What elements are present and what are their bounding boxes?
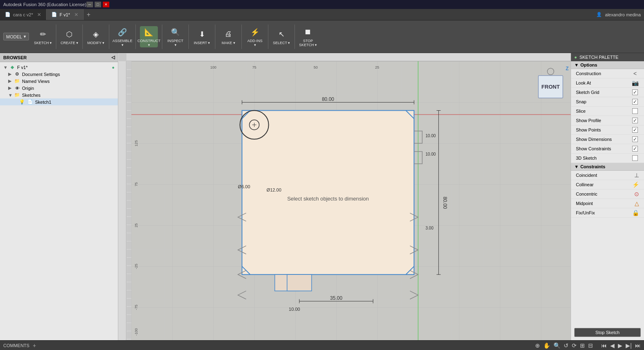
svg-text:-100: -100: [134, 328, 138, 336]
create-button[interactable]: ⬡ CREATE ▾: [60, 26, 78, 47]
sketchgrid-checkbox[interactable]: ✓: [631, 89, 639, 96]
stop-sketch-button[interactable]: Stop Sketch: [574, 328, 641, 337]
playback-start[interactable]: ⏮: [601, 342, 607, 349]
model-dropdown[interactable]: MODEL ▾: [3, 33, 29, 40]
ruler-vertical: [118, 61, 126, 340]
stop-sketch-label: Stop Sketch: [595, 330, 620, 335]
playback-play[interactable]: ▶: [618, 342, 622, 349]
tree-expand-docsettings[interactable]: ▶: [8, 71, 12, 77]
tree-expand-root[interactable]: ▼: [3, 65, 7, 70]
palette-section-constraints[interactable]: ▼ Constraints: [571, 163, 644, 171]
showprofile-checkbox[interactable]: ✓: [631, 117, 639, 124]
tree-item-root[interactable]: ▼ ◆ F v1* ●: [0, 64, 118, 71]
nav-icon-6[interactable]: ⊞: [580, 342, 585, 349]
constraint-item-midpoint[interactable]: Midpoint △: [571, 199, 644, 208]
constraint-item-fixunfix[interactable]: Fix/UnFix 🔒: [571, 208, 644, 218]
lookat-control[interactable]: 📷: [631, 80, 639, 86]
navigation-cube[interactable]: Z FRONT: [532, 65, 569, 102]
nav-icon-2[interactable]: ✋: [543, 342, 550, 349]
close-button[interactable]: ✕: [103, 2, 109, 7]
svg-text:75: 75: [134, 182, 138, 186]
nav-icon-4[interactable]: ↺: [564, 342, 569, 349]
playback-prev[interactable]: ◀: [610, 342, 615, 349]
palette-item-construction[interactable]: Construction <: [571, 69, 644, 78]
sep5: [162, 25, 162, 49]
constraint-item-collinear[interactable]: Collinear ⚡: [571, 180, 644, 189]
modify-button[interactable]: ◈ MODIFY ▾: [87, 26, 105, 47]
snap-checkbox[interactable]: ✓: [631, 98, 639, 105]
inspect-button[interactable]: 🔍 INSPECT ▾: [166, 26, 184, 47]
tree-item-namedviews[interactable]: ▶ 📁 Named Views: [0, 78, 118, 85]
make-button[interactable]: 🖨 MAKE ▾: [219, 26, 237, 47]
tree-expand-sketches[interactable]: ▼: [8, 93, 12, 98]
inspect-label: INSPECT ▾: [166, 39, 184, 47]
browser-collapse-icon[interactable]: ◁: [111, 55, 115, 60]
tab-add-button[interactable]: +: [84, 9, 94, 20]
tree-item-origin[interactable]: ▶ 👁 Origin: [0, 85, 118, 91]
make-label: MAKE ▾: [222, 41, 235, 45]
palette-item-showpoints[interactable]: Show Points ✓: [571, 125, 644, 135]
palette-item-showconstraints[interactable]: Show Constraints ✓: [571, 144, 644, 154]
comments-label: COMMENTS: [3, 343, 29, 348]
palette-item-lookat[interactable]: Look At 📷: [571, 78, 644, 88]
constraint-item-coincident[interactable]: Coincident ⊥: [571, 171, 644, 180]
svg-text:FRONT: FRONT: [542, 84, 560, 90]
toolbar-section-select: ↖ SELECT ▾: [271, 26, 292, 47]
select-button[interactable]: ↖ SELECT ▾: [272, 26, 290, 47]
tab-cara[interactable]: 📄 cara c v2* ✕: [0, 9, 46, 20]
browser-title: BROWSER: [3, 55, 27, 60]
assemble-button[interactable]: 🔗 ASSEMBLE ▾: [113, 26, 131, 47]
palette-item-snap[interactable]: Snap ✓: [571, 97, 644, 107]
insert-button[interactable]: ⬇ INSERT ▾: [193, 26, 211, 47]
tree-expand-namedviews[interactable]: ▶: [8, 78, 12, 84]
slice-checkbox[interactable]: [631, 108, 639, 114]
canvas-area[interactable]: 80.00 80.00 10.00 10.00 3.00 Ø6.00 Ø12.0…: [118, 53, 571, 340]
playback-next[interactable]: ▶|: [626, 342, 632, 349]
tab-cara-icon: 📄: [5, 12, 11, 17]
palette-item-sketchgrid[interactable]: Sketch Grid ✓: [571, 88, 644, 97]
tree-item-sketches[interactable]: ▼ 📁 Sketches: [0, 91, 118, 98]
addins-button[interactable]: ⚡ ADD-INS ▾: [246, 26, 264, 47]
playback-end[interactable]: ⏭: [635, 342, 641, 349]
constraint-item-concentric[interactable]: Concentric ⊙: [571, 189, 644, 199]
tree-item-sketch1[interactable]: 💡 📄 Sketch1: [0, 98, 118, 105]
nav-icon-7[interactable]: ⊟: [588, 342, 593, 349]
showpoints-checkbox[interactable]: ✓: [631, 127, 639, 133]
tab-fv1-close[interactable]: ✕: [74, 12, 78, 18]
3dsketch-checkbox[interactable]: [631, 155, 639, 161]
construction-control[interactable]: <: [631, 70, 639, 77]
maximize-button[interactable]: □: [95, 2, 101, 7]
palette-item-3dsketch[interactable]: 3D Sketch: [571, 154, 644, 163]
collinear-icon: ⚡: [632, 181, 639, 188]
sketch-button[interactable]: ✏ SKETCH ▾: [34, 26, 52, 47]
tab-fv1[interactable]: 📄 F v1* ✕: [46, 9, 84, 20]
sketch-palette-title: SKETCH PALETTE: [580, 55, 619, 60]
sketch-canvas[interactable]: 80.00 80.00 10.00 10.00 3.00 Ø6.00 Ø12.0…: [126, 61, 571, 340]
nav-icon-3[interactable]: 🔍: [553, 342, 560, 349]
showconstraints-checkbox[interactable]: ✓: [631, 145, 639, 152]
palette-item-slice[interactable]: Slice: [571, 107, 644, 116]
nav-icon-5[interactable]: ⟳: [572, 342, 577, 349]
tab-cara-close[interactable]: ✕: [37, 12, 41, 18]
palette-section-options[interactable]: ▼ Options: [571, 61, 644, 69]
nav-icon-1[interactable]: ⊕: [535, 342, 540, 349]
tree-item-docsettings[interactable]: ▶ ⚙ Document Settings: [0, 71, 118, 78]
construct-button[interactable]: 📐 CONSTRUCT ▾: [140, 26, 158, 47]
showdimensions-checkbox[interactable]: ✓: [631, 136, 639, 143]
stopsketch-button[interactable]: ⏹ STOP SKETCH ▾: [299, 26, 317, 47]
tree-expand-origin[interactable]: ▶: [8, 85, 12, 91]
tabbar: 📄 cara c v2* ✕ 📄 F v1* ✕ + 👤 SKETCH alex…: [0, 9, 644, 20]
toolbar: MODEL ▾ ✏ SKETCH ▾ ⬡ CREATE ▾ ◈ MODIFY ▾: [0, 20, 644, 53]
title-text: Autodesk Fusion 360 (Education License): [3, 2, 86, 7]
addins-label: ADD-INS ▾: [246, 39, 264, 47]
tree-label-sketch1: Sketch1: [35, 100, 115, 105]
sketch-palette-dot: ●: [574, 55, 577, 60]
comments-add-icon[interactable]: +: [33, 342, 36, 349]
tree-label-origin: Origin: [22, 86, 115, 91]
sep10: [294, 25, 295, 49]
tree-label-docsettings: Document Settings: [22, 72, 115, 77]
palette-item-showdimensions[interactable]: Show Dimensions ✓: [571, 135, 644, 144]
toolbar-section-addins: ⚡ ADD-INS ▾: [244, 26, 266, 47]
minimize-button[interactable]: ─: [86, 2, 93, 7]
palette-item-showprofile[interactable]: Show Profile ✓: [571, 116, 644, 125]
